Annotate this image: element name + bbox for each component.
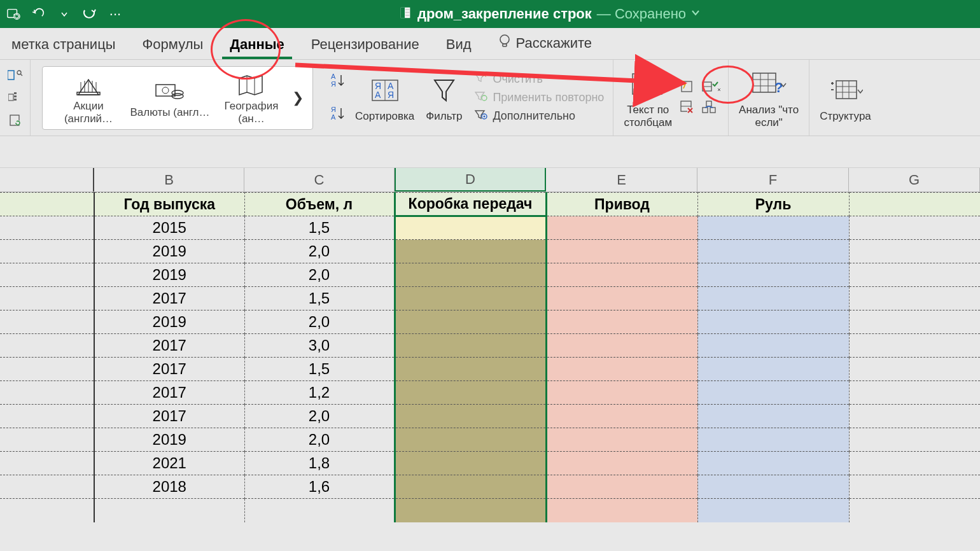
autosave-icon[interactable] bbox=[5, 6, 22, 22]
tab-view[interactable]: Вид bbox=[438, 30, 479, 59]
redo-icon[interactable] bbox=[81, 6, 98, 22]
geography-button[interactable]: География (ан… bbox=[211, 71, 292, 125]
header-steering[interactable]: Руль bbox=[697, 193, 849, 216]
table-row[interactable]: 20192,0 bbox=[0, 240, 980, 263]
svg-point-41 bbox=[482, 95, 487, 101]
svg-rect-17 bbox=[77, 92, 100, 95]
table-row[interactable]: 20192,0 bbox=[0, 310, 980, 334]
what-if-button[interactable]: ? Анализ "что если" bbox=[735, 67, 802, 129]
header-gearbox[interactable]: Коробка передач bbox=[395, 193, 546, 216]
table-row[interactable]: 20151,5 bbox=[0, 216, 980, 240]
colhdr-G[interactable]: G bbox=[849, 168, 980, 192]
table-header-row[interactable]: Год выпуска Объем, л Коробка передач При… bbox=[0, 193, 980, 216]
colhdr-F[interactable]: F bbox=[697, 168, 849, 192]
svg-point-24 bbox=[162, 87, 169, 94]
table-row[interactable]: 20211,8 bbox=[0, 452, 980, 475]
table-row[interactable] bbox=[0, 499, 980, 522]
tab-page-layout[interactable]: метка страницы bbox=[4, 30, 123, 59]
properties-icon[interactable] bbox=[6, 89, 24, 106]
excel-file-icon bbox=[398, 6, 412, 22]
clear-filter-button: Очистить bbox=[470, 71, 606, 88]
outline-icon bbox=[827, 73, 863, 108]
svg-point-43 bbox=[484, 116, 486, 118]
data-types-more-icon[interactable]: ❯ bbox=[292, 90, 307, 106]
svg-rect-56 bbox=[710, 108, 715, 113]
filter-button[interactable]: Фильтр bbox=[422, 73, 466, 123]
formula-bar-area bbox=[0, 136, 980, 168]
svg-rect-11 bbox=[8, 94, 13, 101]
stocks-button[interactable]: Акции (англий… bbox=[48, 71, 129, 125]
colhdr-B[interactable]: B bbox=[94, 168, 244, 192]
colhdr-A[interactable] bbox=[0, 168, 94, 192]
svg-rect-5 bbox=[405, 11, 409, 13]
tab-tell-me[interactable]: Расскажите bbox=[491, 27, 600, 59]
svg-rect-13 bbox=[14, 95, 17, 97]
table-row[interactable]: 20171,5 bbox=[0, 358, 980, 381]
table-row[interactable]: 20171,2 bbox=[0, 381, 980, 405]
svg-point-7 bbox=[500, 35, 509, 44]
document-saved-label: — Сохранено bbox=[597, 6, 686, 22]
tell-me-label: Расскажите bbox=[516, 35, 592, 52]
undo-dropdown-icon[interactable] bbox=[56, 6, 73, 22]
svg-text:Я: Я bbox=[331, 106, 336, 113]
svg-rect-9 bbox=[8, 71, 14, 80]
outline-button[interactable]: Структура bbox=[816, 73, 875, 123]
tab-review[interactable]: Рецензирование bbox=[304, 30, 427, 59]
document-title[interactable]: дром_закрепление строк bbox=[417, 6, 592, 22]
table-row[interactable]: 20171,5 bbox=[0, 287, 980, 310]
svg-rect-57 bbox=[753, 73, 776, 92]
flash-fill-icon[interactable] bbox=[680, 80, 695, 96]
currencies-icon bbox=[129, 77, 211, 106]
edit-links-icon[interactable] bbox=[6, 112, 24, 129]
filter-icon bbox=[431, 73, 458, 108]
spreadsheet-grid[interactable]: Год выпуска Объем, л Коробка передач При… bbox=[0, 192, 980, 522]
header-drive[interactable]: Привод bbox=[546, 193, 697, 216]
svg-text:A: A bbox=[375, 90, 381, 100]
text-to-columns-icon bbox=[630, 67, 666, 101]
svg-text:A: A bbox=[331, 73, 336, 80]
colhdr-E[interactable]: E bbox=[546, 168, 697, 192]
text-to-columns-button[interactable]: Текст по столбцам bbox=[620, 67, 676, 129]
more-icon[interactable]: ··· bbox=[107, 6, 123, 22]
colhdr-D[interactable]: D bbox=[395, 168, 546, 192]
title-dropdown-icon[interactable] bbox=[691, 8, 700, 20]
what-if-icon: ? bbox=[750, 67, 787, 101]
undo-icon[interactable] bbox=[31, 6, 47, 22]
sort-asc-icon[interactable]: AЯ bbox=[331, 73, 347, 90]
svg-rect-8 bbox=[503, 44, 507, 46]
tab-formulas[interactable]: Формулы bbox=[135, 30, 211, 59]
table-row[interactable]: 20172,0 bbox=[0, 405, 980, 428]
colhdr-C[interactable]: C bbox=[244, 168, 395, 192]
consolidate-icon[interactable] bbox=[701, 100, 717, 116]
sort-icon: ЯAAЯ bbox=[370, 73, 400, 108]
svg-point-26 bbox=[172, 90, 183, 95]
queries-connections-icon[interactable] bbox=[6, 67, 24, 83]
svg-rect-14 bbox=[14, 99, 17, 101]
currencies-button[interactable]: Валюты (англ… bbox=[129, 77, 211, 119]
sort-button[interactable]: ЯAAЯ Сортировка bbox=[351, 73, 418, 123]
geography-icon bbox=[211, 71, 292, 100]
advanced-filter-icon bbox=[472, 109, 489, 123]
remove-duplicates-icon[interactable] bbox=[680, 100, 695, 116]
stocks-icon bbox=[48, 71, 129, 100]
svg-text:A: A bbox=[331, 113, 336, 121]
advanced-filter-button[interactable]: Дополнительно bbox=[470, 108, 606, 125]
table-row[interactable]: 20192,0 bbox=[0, 263, 980, 287]
ribbon-tabs: метка страницы Формулы Данные Рецензиров… bbox=[0, 28, 980, 60]
column-headers: B C D E F G bbox=[0, 168, 980, 192]
table-row[interactable]: 20192,0 bbox=[0, 428, 980, 452]
svg-rect-12 bbox=[14, 92, 17, 94]
header-year[interactable]: Год выпуска bbox=[94, 193, 244, 216]
ribbon: Акции (англий… Валюты (англ… География (… bbox=[0, 60, 980, 136]
tab-data[interactable]: Данные bbox=[222, 30, 292, 59]
svg-rect-54 bbox=[706, 101, 711, 106]
reapply-filter-button: Применить повторно bbox=[470, 89, 606, 106]
header-volume[interactable]: Объем, л bbox=[244, 193, 395, 216]
data-types-gallery[interactable]: Акции (англий… Валюты (англ… География (… bbox=[42, 66, 313, 130]
title-bar: ··· дром_закрепление строк — Сохранено bbox=[0, 0, 980, 28]
table-row[interactable]: 20181,6 bbox=[0, 475, 980, 499]
svg-rect-4 bbox=[405, 9, 409, 11]
sort-desc-icon[interactable]: ЯA bbox=[331, 106, 347, 123]
data-validation-icon[interactable] bbox=[701, 80, 722, 96]
table-row[interactable]: 20173,0 bbox=[0, 334, 980, 358]
